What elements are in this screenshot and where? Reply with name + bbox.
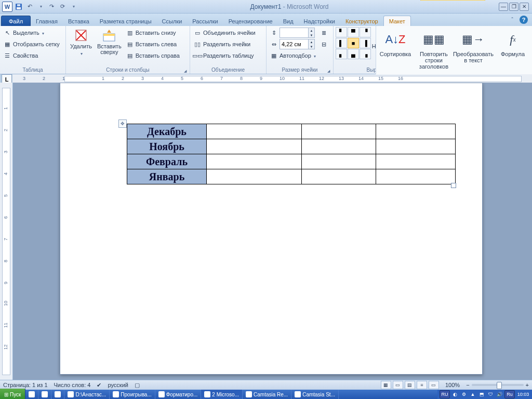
restore-button[interactable]: ❐	[509, 3, 518, 11]
distribute-rows-button[interactable]: ≣	[319, 27, 329, 38]
align-bc[interactable]: ▄	[348, 49, 359, 59]
quick-launch[interactable]	[51, 390, 64, 399]
tray-icon[interactable]: ◐	[451, 391, 459, 398]
tab-home[interactable]: Главная	[31, 16, 63, 26]
close-button[interactable]: ✕	[520, 3, 529, 11]
save-button[interactable]	[14, 2, 23, 11]
group-label[interactable]: Строки и столбцы	[68, 66, 188, 74]
table-cell[interactable]	[207, 169, 302, 184]
document-table[interactable]: Декабрь Ноябрь Февраль Январь	[127, 124, 456, 184]
table-cell[interactable]	[207, 154, 302, 169]
table-cell[interactable]	[302, 169, 376, 184]
qat-customize[interactable]	[69, 2, 78, 11]
outline-view[interactable]: ≡	[417, 381, 427, 389]
redo-button[interactable]: ↷	[47, 2, 56, 11]
align-tc[interactable]: ▀	[348, 27, 359, 37]
taskbar-item[interactable]: D:\Анастас...	[64, 390, 110, 399]
taskbar-item[interactable]: Форматиро...	[155, 390, 202, 399]
insert-above-button[interactable]: Вставить сверху	[95, 27, 124, 56]
table-cell[interactable]	[376, 169, 456, 184]
tray-icon[interactable]: 🛡	[487, 391, 494, 398]
table-cell[interactable]	[376, 154, 456, 169]
align-ml[interactable]: ▌	[336, 38, 347, 48]
quick-launch[interactable]	[25, 390, 38, 399]
align-mc[interactable]: ■	[348, 38, 359, 48]
table-move-handle[interactable]: ✥	[118, 119, 127, 128]
word-count[interactable]: Число слов: 4	[54, 382, 91, 388]
tab-review[interactable]: Рецензирование	[223, 16, 278, 26]
table-cell[interactable]	[207, 124, 302, 139]
zoom-out-button[interactable]: −	[466, 382, 469, 388]
col-width-field[interactable]: ⇔▲▼	[269, 38, 317, 50]
table-cell[interactable]	[302, 124, 376, 139]
view-gridlines-button[interactable]: ▦Отобразить сетку	[2, 38, 61, 50]
table-cell[interactable]	[376, 124, 456, 139]
taskbar-item[interactable]: Camtasia Re...	[243, 390, 291, 399]
tab-references[interactable]: Ссылки	[157, 16, 188, 26]
word-app-icon[interactable]: W	[2, 2, 12, 12]
macro-record-button[interactable]: ▢	[135, 382, 140, 389]
insert-left-button[interactable]: ▤Вставить слева	[125, 38, 181, 50]
zoom-level[interactable]: 100%	[445, 382, 460, 388]
tab-file[interactable]: Файл	[1, 16, 31, 26]
tab-view[interactable]: Вид	[278, 16, 299, 26]
minimize-button[interactable]: —	[499, 3, 508, 11]
vertical-ruler[interactable]: 123456789101112	[0, 83, 13, 380]
align-bl[interactable]: ▖	[336, 49, 347, 59]
merge-cells-button[interactable]: ▭Объединить ячейки	[192, 27, 257, 38]
tab-addins[interactable]: Надстройки	[299, 16, 340, 26]
distribute-cols-button[interactable]: ⊟	[319, 38, 329, 50]
autofit-button[interactable]: ▦Автоподбор	[269, 50, 317, 61]
delete-button[interactable]: Удалить	[68, 27, 94, 58]
tray-icon[interactable]: ⚙	[460, 391, 468, 398]
table-cell[interactable]	[376, 139, 456, 154]
table-cell[interactable]	[207, 139, 302, 154]
split-table-button[interactable]: ▭▭Разделить таблицу	[192, 50, 257, 61]
zoom-in-button[interactable]: +	[526, 382, 529, 388]
split-cells-button[interactable]: ▯▯Разделить ячейки	[192, 38, 257, 50]
clock[interactable]: 10:03	[516, 391, 530, 398]
minimize-ribbon-button[interactable]: ˆ	[508, 16, 516, 24]
help-button[interactable]: ?	[520, 16, 528, 24]
table-cell[interactable]: Декабрь	[127, 124, 207, 139]
align-tl[interactable]: ▘	[336, 27, 347, 37]
qat-extra-button[interactable]: ⟳	[58, 2, 67, 11]
tab-insert[interactable]: Вставка	[63, 16, 95, 26]
row-height-field[interactable]: ⇕▲▼	[269, 27, 317, 38]
table-cell[interactable]: Февраль	[127, 154, 207, 169]
table-cell[interactable]	[302, 154, 376, 169]
taskbar-item[interactable]: Camtasia St...	[291, 390, 339, 399]
tray-icon[interactable]: ⬒	[478, 391, 485, 398]
undo-dropdown[interactable]	[36, 2, 45, 11]
align-tr[interactable]: ▝	[360, 27, 371, 37]
group-label[interactable]: Размер ячейки	[269, 66, 331, 74]
document-viewport[interactable]: ✥ Декабрь Ноябрь Февраль Январь	[13, 83, 532, 380]
tray-icon[interactable]: 🔊	[496, 391, 503, 398]
language-indicator[interactable]: русский	[108, 382, 128, 388]
print-layout-view[interactable]: ▦	[381, 381, 391, 389]
align-mr[interactable]: ▐	[360, 38, 371, 48]
zoom-thumb[interactable]	[497, 382, 502, 389]
insert-below-button[interactable]: ▥Вставить снизу	[125, 27, 181, 38]
row-height-input[interactable]	[280, 28, 308, 37]
keyboard-layout-2[interactable]: Ru	[504, 390, 515, 398]
tab-mailings[interactable]: Рассылки	[187, 16, 223, 26]
tray-icon[interactable]: ▲	[469, 391, 476, 398]
proofing-button[interactable]: ✔	[97, 382, 101, 389]
fullscreen-reading-view[interactable]: ▭	[393, 381, 403, 389]
tab-table-design[interactable]: Конструктор	[340, 16, 383, 26]
table-cell[interactable]: Ноябрь	[127, 139, 207, 154]
properties-button[interactable]: ☰Свойства	[2, 50, 61, 61]
table-cell[interactable]	[302, 139, 376, 154]
select-button[interactable]: ↖Выделить	[2, 27, 61, 38]
tab-page-layout[interactable]: Разметка страницы	[95, 16, 157, 26]
draft-view[interactable]: ▭	[429, 381, 439, 389]
align-br[interactable]: ▗	[360, 49, 371, 59]
start-button[interactable]: ⊞ Пуск	[0, 389, 25, 399]
insert-right-button[interactable]: ▤Вставить справа	[125, 50, 181, 61]
zoom-track[interactable]	[472, 384, 524, 386]
taskbar-item[interactable]: 2 Microso...	[201, 390, 243, 399]
keyboard-layout-1[interactable]: RU	[440, 390, 450, 398]
web-layout-view[interactable]: ▤	[405, 381, 415, 389]
page-indicator[interactable]: Страница: 1 из 1	[3, 382, 48, 388]
